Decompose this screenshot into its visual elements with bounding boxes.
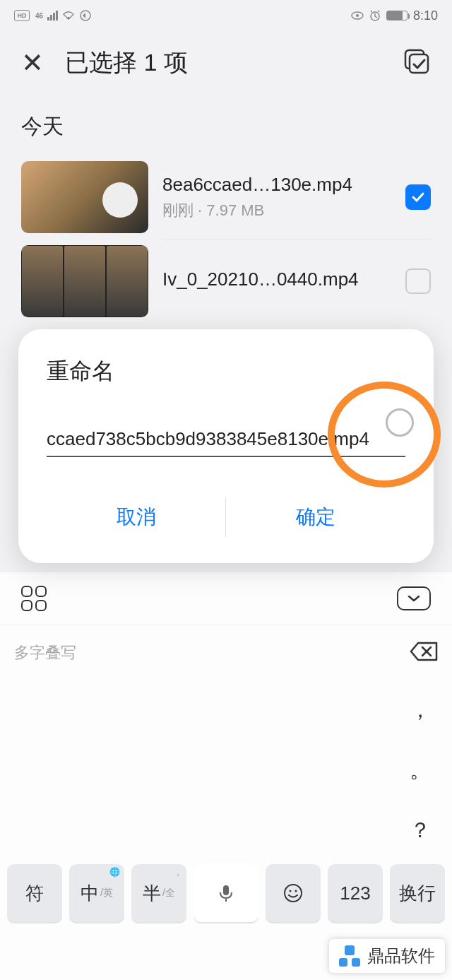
page-title: 已选择 1 项 (65, 47, 188, 79)
video-thumbnail (21, 245, 148, 317)
sync-icon (79, 9, 92, 22)
checkbox-unchecked[interactable] (405, 268, 431, 294)
file-name: Iv_0_20210…0440.mp4 (162, 268, 391, 290)
alarm-icon (369, 10, 381, 21)
space-key[interactable] (194, 864, 258, 922)
globe-icon: 🌐 (109, 867, 120, 877)
file-row[interactable]: Iv_0_20210…0440.mp4 (0, 240, 452, 323)
cancel-button[interactable]: 取消 (47, 492, 226, 542)
checkbox-checked[interactable] (405, 184, 431, 210)
file-name: 8ea6ccaed…130e.mp4 (162, 174, 391, 196)
watermark-text: 鼎品软件 (367, 945, 435, 967)
punct-key[interactable]: 。 (388, 740, 452, 801)
rename-dialog: 重命名 取消 确定 (18, 329, 434, 563)
backspace-icon[interactable] (410, 642, 438, 664)
status-bar: HD 46 8:10 (0, 0, 452, 31)
clock-text: 8:10 (413, 8, 438, 23)
rename-input[interactable] (47, 423, 405, 457)
svg-point-0 (67, 17, 70, 20)
svg-rect-6 (410, 54, 428, 73)
text-cursor-handle[interactable] (386, 408, 414, 437)
selection-header: ✕ 已选择 1 项 (0, 31, 452, 95)
svg-point-3 (356, 14, 359, 17)
keyboard-collapse-icon[interactable] (397, 586, 431, 610)
halfwidth-key[interactable]: ， 半/全 (131, 864, 186, 922)
section-today: 今天 (0, 95, 452, 155)
symbol-key[interactable]: 符 (7, 864, 62, 922)
emoji-key[interactable] (266, 864, 321, 922)
svg-point-8 (285, 885, 302, 902)
svg-rect-7 (223, 885, 229, 895)
signal-icon (47, 11, 58, 20)
battery-icon (386, 11, 408, 20)
punct-key[interactable]: ， (388, 680, 452, 740)
select-all-button[interactable] (403, 47, 431, 78)
keyboard-menu-icon[interactable] (21, 586, 47, 611)
svg-point-9 (290, 890, 292, 892)
dialog-title: 重命名 (47, 356, 405, 387)
file-row[interactable]: 8ea6ccaed…130e.mp4 刚刚 · 7.97 MB (0, 155, 452, 239)
close-icon[interactable]: ✕ (21, 47, 44, 78)
language-key[interactable]: 🌐 中/英 (69, 864, 124, 922)
handwriting-hint: 多字叠写 (14, 642, 76, 663)
svg-point-10 (295, 890, 297, 892)
video-thumbnail (21, 161, 148, 233)
wifi-icon (62, 11, 75, 20)
punct-key[interactable]: ？ (388, 801, 452, 861)
watermark-logo-icon (339, 945, 360, 967)
file-meta: 刚刚 · 7.97 MB (162, 200, 391, 221)
watermark: 鼎品软件 (329, 939, 445, 973)
ime-keyboard: 多字叠写 ， 。 ？ ！ 符 🌐 中/英 ， 半/全 123 换行 (0, 572, 452, 980)
enter-key[interactable]: 换行 (390, 864, 445, 922)
confirm-button[interactable]: 确定 (226, 492, 405, 542)
hd-icon: HD (14, 10, 30, 21)
mic-icon (215, 882, 237, 904)
number-key[interactable]: 123 (328, 864, 383, 922)
eye-icon (351, 11, 364, 20)
